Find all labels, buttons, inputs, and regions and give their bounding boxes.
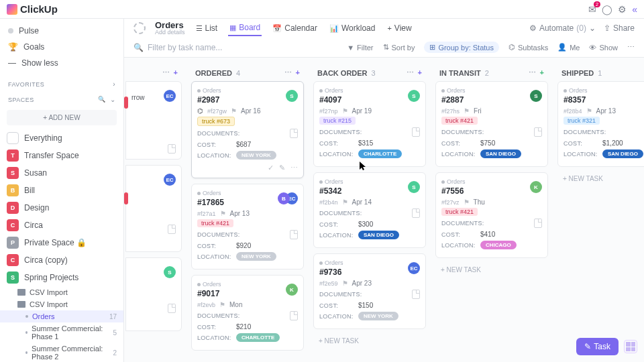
- app-logo[interactable]: ClickUp: [7, 3, 58, 15]
- space-design[interactable]: DDesign: [0, 199, 123, 217]
- sort-button[interactable]: ⇅Sort by: [383, 43, 415, 52]
- resolve-icon[interactable]: ✓: [268, 164, 274, 172]
- location-pill[interactable]: SAN DIEGO: [358, 231, 399, 239]
- sidebar-showless[interactable]: —Show less: [0, 55, 123, 71]
- location-pill[interactable]: SAN DIEGO: [480, 149, 521, 158]
- flag-icon[interactable]: ⚑: [231, 107, 237, 115]
- document-icon[interactable]: [290, 129, 298, 138]
- favorites-header[interactable]: FAVORITES›: [0, 75, 123, 90]
- new-task-fab[interactable]: ✎Task: [576, 338, 619, 355]
- new-task-button[interactable]: + NEW TASK: [435, 263, 548, 276]
- location-pill[interactable]: SAN DIEGO: [602, 149, 643, 158]
- view-calendar[interactable]: 📅Calendar: [271, 21, 319, 36]
- show-button[interactable]: 👁Show: [589, 44, 618, 52]
- more-icon[interactable]: ⋯: [407, 68, 414, 77]
- location-pill[interactable]: NEW YORK: [236, 151, 276, 160]
- assignee-avatar[interactable]: K: [286, 284, 298, 296]
- record-icon[interactable]: ◯: [602, 4, 612, 15]
- tree-sc1[interactable]: Summer Commercial: Phase 15: [0, 322, 123, 343]
- subtask-icon[interactable]: ⌬: [197, 107, 203, 115]
- me-button[interactable]: 👤Me: [557, 43, 580, 52]
- task-card[interactable]: EC B Orders #17865 #f27a1⚑Apr 13 truck #…: [191, 184, 304, 269]
- space-circa-copy[interactable]: CCirca (copy): [0, 251, 123, 269]
- document-icon[interactable]: [168, 144, 176, 154]
- new-task-button[interactable]: + NEW TASK: [557, 172, 644, 185]
- view-workload[interactable]: 📊Workload: [328, 21, 376, 36]
- tree-orders[interactable]: Orders17: [0, 310, 123, 322]
- plus-icon[interactable]: +: [540, 68, 544, 77]
- task-card[interactable]: EC: [125, 165, 182, 252]
- document-icon[interactable]: [412, 290, 420, 299]
- space-transfer[interactable]: TTransfer Space: [0, 147, 123, 164]
- share-button[interactable]: ⇪Share: [604, 23, 635, 33]
- tree-csv1[interactable]: CSV Import: [0, 286, 123, 298]
- spaces-header[interactable]: SPACES🔍⌄: [0, 90, 123, 106]
- add-new-space[interactable]: + ADD NEW: [7, 110, 117, 125]
- assignee-avatar[interactable]: B: [278, 192, 290, 204]
- space-bill[interactable]: BBill: [0, 182, 123, 199]
- add-view[interactable]: +View: [386, 21, 413, 36]
- document-icon[interactable]: [412, 208, 420, 218]
- sidebar-goals[interactable]: 🏆Goals: [0, 39, 123, 55]
- new-task-button[interactable]: + NEW TASK: [313, 335, 426, 347]
- more-icon[interactable]: ⋯: [627, 43, 635, 52]
- collapse-sidebar-icon[interactable]: «: [632, 4, 637, 15]
- location-pill[interactable]: CHARLOTTE: [358, 149, 402, 158]
- task-card[interactable]: S Orders #4097 #f27np⚑Apr 19 truck #215 …: [313, 81, 426, 167]
- edit-icon[interactable]: ✎: [279, 164, 285, 172]
- plus-icon[interactable]: +: [296, 68, 300, 77]
- assignee-avatar[interactable]: EC: [164, 174, 176, 186]
- tag[interactable]: truck #421: [441, 117, 478, 125]
- task-card[interactable]: K Orders #9017 #f2evb⚑Mon Documents: COS…: [191, 275, 304, 351]
- tag[interactable]: truck #421: [197, 219, 233, 227]
- view-list[interactable]: ☰List: [195, 21, 219, 36]
- sidebar-everything[interactable]: Everything: [0, 129, 123, 147]
- tag[interactable]: truck #673: [197, 117, 235, 126]
- search-input[interactable]: 🔍Filter by task name...: [133, 43, 222, 52]
- location-pill[interactable]: CHARLOTTE: [236, 333, 280, 342]
- more-icon[interactable]: ⋯: [529, 68, 536, 77]
- view-board[interactable]: ▦Board: [228, 20, 262, 36]
- space-susan[interactable]: SSusan: [0, 164, 123, 182]
- notifications-icon[interactable]: ✉2: [588, 4, 596, 15]
- page-subtitle[interactable]: Add details: [155, 29, 185, 36]
- task-card[interactable]: S Orders #2887 #f27hs⚑Fri truck #421 Doc…: [435, 81, 548, 167]
- document-icon[interactable]: [534, 219, 542, 228]
- settings-icon[interactable]: ⚙: [618, 4, 627, 15]
- more-icon[interactable]: ⋯: [284, 68, 292, 77]
- space-circa[interactable]: CCirca: [0, 217, 123, 234]
- tree-csv2[interactable]: CSV Import: [0, 298, 123, 310]
- tag[interactable]: truck #321: [564, 117, 600, 125]
- tag[interactable]: truck #215: [319, 117, 356, 125]
- tree-sc2[interactable]: Summer Commercial: Phase 22: [0, 343, 123, 362]
- plus-icon[interactable]: +: [174, 68, 178, 77]
- document-icon[interactable]: [290, 230, 298, 239]
- assignee-avatar[interactable]: EC: [408, 262, 420, 274]
- assignee-avatar[interactable]: S: [408, 181, 420, 193]
- more-icon[interactable]: ⋯: [290, 164, 298, 172]
- assignee-avatar[interactable]: EC: [164, 90, 176, 102]
- location-pill[interactable]: NEW YORK: [358, 312, 398, 320]
- task-card[interactable]: S Orders #5342 #f2b4n⚑Apr 14 Documents: …: [313, 172, 426, 248]
- assignee-avatar[interactable]: S: [164, 266, 176, 278]
- filter-button[interactable]: ▼Filter: [347, 44, 373, 52]
- sidebar-pulse[interactable]: Pulse: [0, 23, 123, 39]
- tag[interactable]: truck #421: [441, 208, 478, 216]
- document-icon[interactable]: [412, 127, 420, 137]
- task-card[interactable]: EC Orders #8357 #f28b4⚑Apr 13 truck #321…: [557, 81, 644, 167]
- task-card[interactable]: S Orders #2987 ⌬#f27gw⚑Apr 16 truck #673…: [191, 81, 304, 178]
- location-pill[interactable]: CHICAGO: [480, 241, 517, 249]
- assignee-avatar[interactable]: S: [286, 90, 298, 102]
- task-card[interactable]: EC rrow: [125, 81, 182, 160]
- assignee-avatar[interactable]: K: [530, 181, 542, 193]
- subtasks-button[interactable]: ⌬Subtasks: [508, 43, 548, 52]
- plus-icon[interactable]: +: [418, 68, 422, 77]
- search-icon[interactable]: 🔍: [98, 96, 106, 103]
- list-color-icon[interactable]: [133, 22, 146, 34]
- assignee-avatar[interactable]: S: [530, 90, 542, 102]
- more-icon[interactable]: ⋯: [162, 68, 170, 77]
- task-card[interactable]: S: [125, 257, 182, 331]
- space-private[interactable]: PPrivate Space 🔒: [0, 234, 123, 251]
- document-icon[interactable]: [168, 225, 176, 234]
- task-card[interactable]: K Orders #7556 #f27vz⚑Thu truck #421 Doc…: [435, 172, 548, 258]
